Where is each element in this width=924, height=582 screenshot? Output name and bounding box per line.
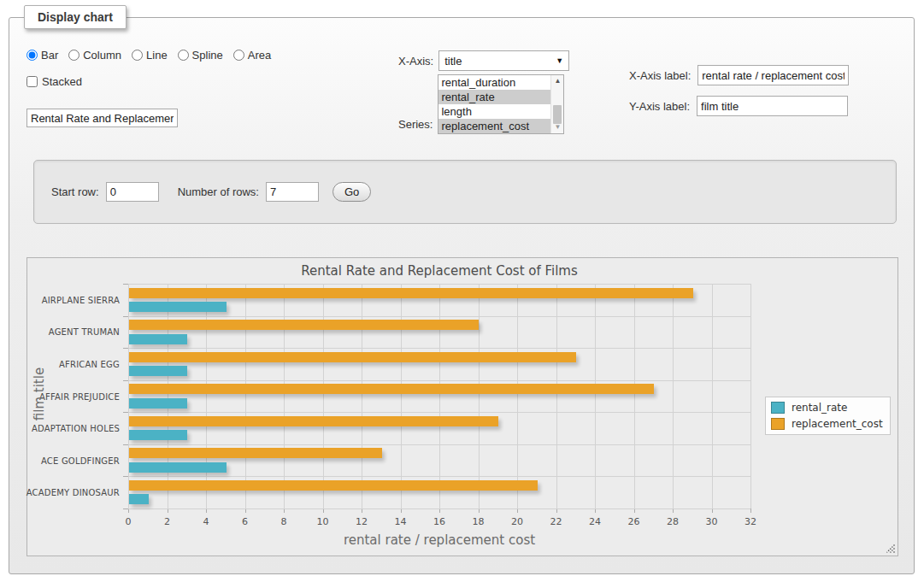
y-tick [123, 476, 128, 477]
chevron-down-icon: ▼ [556, 56, 563, 65]
x-tick-label: 8 [281, 516, 287, 527]
stacked-label[interactable]: Stacked [42, 75, 82, 88]
y-axis-label-input[interactable] [697, 96, 848, 116]
bar-replacement_cost [129, 288, 693, 298]
gridline-horizontal [128, 316, 750, 317]
y-tick [123, 316, 128, 317]
x-tick-label: 32 [744, 516, 756, 527]
bar-replacement_cost [129, 384, 654, 394]
panel-title: Display chart [24, 5, 127, 29]
x-tick-label: 16 [433, 516, 445, 527]
legend-entry: replacement_cost [771, 418, 883, 430]
x-axis-select[interactable]: title ▼ [438, 50, 569, 71]
chart-type-option-area[interactable]: Area [233, 49, 271, 62]
chart-type-option-line[interactable]: Line [132, 49, 168, 62]
x-axis-select-label: X-Axis: [398, 55, 433, 68]
gridline-horizontal [128, 444, 750, 445]
series-option-length[interactable]: length [438, 104, 550, 119]
scroll-down-icon[interactable]: ▼ [551, 121, 563, 133]
x-tick [750, 509, 751, 513]
chart-type-label: Spline [192, 49, 223, 62]
chart-type-radio-bar[interactable] [26, 50, 38, 61]
bar-replacement_cost [129, 448, 382, 458]
resize-grip[interactable] [885, 543, 896, 554]
bar-replacement_cost [129, 320, 479, 330]
series-row: Series: rental_durationrental_ratelength… [398, 74, 564, 134]
bar-replacement_cost [129, 480, 538, 491]
chart-type-radio-area[interactable] [233, 50, 244, 61]
x-tick-label: 26 [628, 516, 640, 527]
legend-swatch-replacement_cost [771, 418, 785, 430]
num-rows-input[interactable] [266, 182, 319, 202]
gridline-vertical [168, 284, 168, 509]
gridline-vertical [712, 284, 713, 509]
y-axis-label-caption: Y-Axis label: [629, 100, 690, 113]
legend-entry: rental_rate [771, 402, 883, 414]
plot-area: 02468101214161820222426283032AIRPLANE SI… [128, 284, 750, 509]
x-axis-row: X-Axis: title ▼ [398, 50, 569, 71]
go-button[interactable]: Go [333, 182, 371, 202]
chart-type-label: Bar [41, 49, 58, 62]
y-axis-label-row: Y-Axis label: [629, 96, 848, 116]
num-rows-label: Number of rows: [178, 185, 259, 198]
bar-rental_rate [129, 366, 187, 376]
gridline-horizontal [128, 380, 750, 381]
start-row-input[interactable] [106, 182, 159, 202]
bar-rental_rate [129, 334, 187, 344]
row-range-box: Start row: Number of rows: Go [33, 160, 897, 224]
x-tick-label: 24 [589, 516, 601, 527]
chart-type-option-column[interactable]: Column [68, 49, 121, 62]
y-tick [123, 348, 128, 349]
category-label: AIRPLANE SIERRA [42, 295, 120, 304]
x-tick-label: 10 [317, 516, 329, 527]
gridline-vertical [128, 284, 129, 509]
chart-type-option-bar[interactable]: Bar [26, 49, 58, 62]
series-scrollbar[interactable]: ▲ ▼ [550, 75, 563, 133]
gridline-vertical [479, 284, 480, 509]
y-tick [123, 284, 128, 285]
gridline-vertical [284, 284, 285, 509]
series-listbox[interactable]: rental_durationrental_ratelengthreplacem… [438, 74, 564, 134]
y-tick [123, 412, 128, 413]
legend-swatch-rental_rate [771, 402, 785, 414]
gridline-vertical [556, 284, 557, 509]
x-tick-label: 18 [473, 516, 485, 527]
x-axis-selected-value: title [444, 55, 462, 68]
chart-type-radio-column[interactable] [68, 50, 79, 61]
x-tick-label: 12 [356, 516, 368, 527]
gridline-vertical [673, 284, 674, 509]
stacked-checkbox[interactable] [26, 76, 38, 87]
gridline-horizontal [128, 284, 750, 285]
series-option-replacement_cost[interactable]: replacement_cost [438, 119, 550, 133]
chart-type-option-spline[interactable]: Spline [178, 49, 223, 62]
chart-type-label: Area [248, 49, 271, 62]
chart-title: Rental Rate and Replacement Cost of Film… [128, 263, 750, 279]
bar-rental_rate [129, 462, 227, 473]
gridline-vertical [517, 284, 518, 509]
scroll-up-icon[interactable]: ▲ [551, 75, 563, 87]
x-tick-label: 30 [706, 516, 718, 527]
gridline-horizontal [128, 476, 750, 477]
x-tick-label: 2 [164, 516, 170, 527]
x-axis-label-caption: X-Axis label: [629, 69, 691, 82]
chart-container: Rental Rate and Replacement Cost of Film… [26, 257, 898, 556]
chart-type-radio-line[interactable] [132, 50, 143, 61]
chart-type-label: Column [83, 49, 121, 62]
gridline-horizontal [128, 509, 750, 509]
bar-rental_rate [129, 302, 227, 312]
gridline-vertical [634, 284, 635, 509]
bar-replacement_cost [129, 416, 498, 426]
chart-title-input[interactable] [26, 109, 178, 127]
gridline-horizontal [128, 348, 750, 349]
gridline-vertical [206, 284, 207, 509]
bar-rental_rate [129, 430, 187, 440]
series-option-rental_duration[interactable]: rental_duration [438, 75, 550, 90]
chart-legend: rental_ratereplacement_cost [765, 397, 891, 435]
x-tick-label: 22 [550, 516, 562, 527]
chart-type-label: Line [146, 49, 168, 62]
x-axis-label-row: X-Axis label: [629, 65, 849, 85]
chart-type-radio-spline[interactable] [178, 50, 189, 61]
x-axis-label-input[interactable] [697, 65, 849, 85]
y-tick [123, 380, 128, 381]
series-option-rental_rate[interactable]: rental_rate [438, 90, 550, 104]
